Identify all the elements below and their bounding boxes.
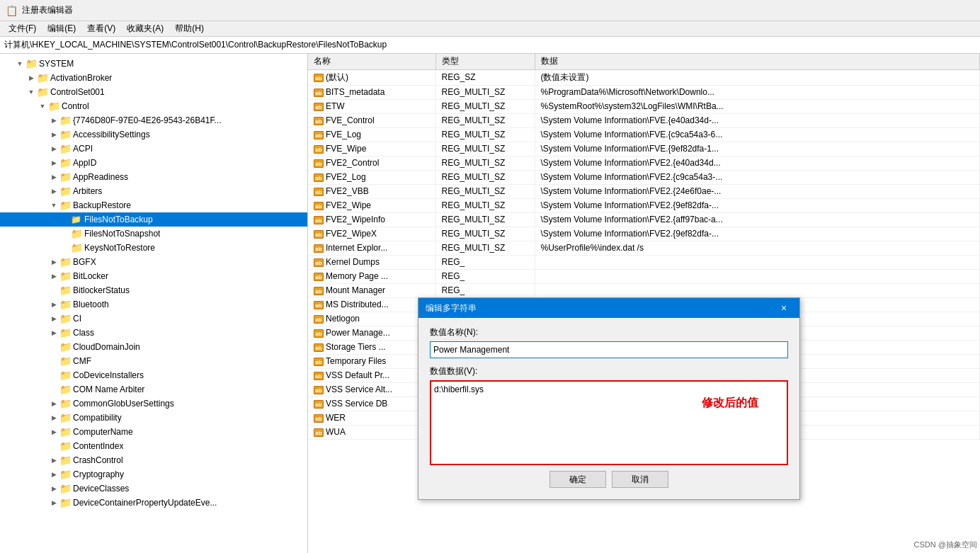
folder-icon: 📁 (59, 144, 71, 154)
table-row[interactable]: abFVE_WipeREG_MULTI_SZ\System Volume Inf… (308, 142, 980, 156)
table-row[interactable]: abFVE2_WipeREG_MULTI_SZ\System Volume In… (308, 198, 980, 212)
ok-button[interactable]: 确定 (549, 471, 606, 488)
col-type[interactable]: 类型 (435, 54, 535, 69)
reg-type-cell: REG_ (435, 255, 535, 269)
tree-panel[interactable]: ▼ 📁 SYSTEM ▶ 📁 ActivationBroker ▼ 📁 Cont… (0, 54, 308, 553)
dialog-close-button[interactable]: × (775, 301, 792, 315)
tree-item-codeviceinstallers[interactable]: 📁 CoDeviceInstallers (0, 368, 307, 382)
tree-item-accessibility[interactable]: ▶ 📁 AccessibilitySettings (0, 127, 307, 142)
tree-item-bitlockerstatus[interactable]: 📁 BitlockerStatus (0, 283, 307, 297)
tree-item-bluetooth[interactable]: ▶ 📁 Bluetooth (0, 297, 307, 312)
tree-item-filesnottosnapshot[interactable]: 📁 FilesNotToSnapshot (0, 227, 307, 241)
tree-item-keysnostore[interactable]: 📁 KeysNotToRestore (0, 241, 307, 255)
table-row[interactable]: abETWREG_MULTI_SZ%SystemRoot%\system32\L… (308, 99, 980, 113)
reg-value-icon: ab (314, 230, 324, 239)
tree-label: ACPI (73, 144, 93, 154)
table-row[interactable]: abFVE2_WipeInfoREG_MULTI_SZ\System Volum… (308, 212, 980, 227)
table-row[interactable]: abFVE2_LogREG_MULTI_SZ\System Volume Inf… (308, 170, 980, 184)
tree-label: BitlockerStatus (73, 285, 130, 295)
tree-item-acpi[interactable]: ▶ 📁 ACPI (0, 142, 307, 156)
folder-icon: 📁 (59, 158, 71, 168)
tree-item-compatibility[interactable]: ▶ 📁 Compatibility (0, 411, 307, 425)
folder-icon: 📁 (59, 130, 71, 139)
table-row[interactable]: abInternet Explor...REG_MULTI_SZ%UserPro… (308, 241, 980, 255)
name-input[interactable] (430, 341, 788, 358)
tree-item-bgfx[interactable]: ▶ 📁 BGFX (0, 255, 307, 269)
tree-label: AccessibilitySettings (73, 130, 150, 139)
reg-name-cell: abStorage Tiers ... (308, 340, 435, 354)
table-row[interactable]: abFVE_ControlREG_MULTI_SZ\System Volume … (308, 113, 980, 127)
tree-item-bitlocker[interactable]: ▶ 📁 BitLocker (0, 269, 307, 283)
tree-item-controlset001[interactable]: ▼ 📁 ControlSet001 (0, 85, 307, 99)
table-row[interactable]: abKernel DumpsREG_ (308, 255, 980, 269)
tree-label: Arbiters (73, 186, 102, 196)
table-row[interactable]: abFVE_LogREG_MULTI_SZ\System Volume Info… (308, 127, 980, 142)
table-row[interactable]: abMemory Page ...REG_ (308, 269, 980, 283)
expand-icon: ▶ (48, 143, 59, 154)
table-row[interactable]: abFVE2_WipeXREG_MULTI_SZ\System Volume I… (308, 227, 980, 241)
tree-item-devicecontainer[interactable]: ▶ 📁 DeviceContainerPropertyUpdateEve... (0, 496, 307, 510)
tree-item-system[interactable]: ▼ 📁 SYSTEM (0, 57, 307, 71)
cancel-button[interactable]: 取消 (612, 471, 668, 488)
tree-label: BitLocker (73, 271, 108, 281)
tree-item-ci[interactable]: ▶ 📁 CI (0, 312, 307, 326)
expand-icon: ▶ (48, 412, 59, 423)
table-row[interactable]: abFVE2_VBBREG_MULTI_SZ\System Volume Inf… (308, 184, 980, 198)
reg-data-cell: \System Volume Information\FVE.{9ef82dfa… (535, 142, 980, 156)
tree-label: AppReadiness (73, 172, 128, 182)
folder-icon: 📁 (59, 271, 71, 281)
menu-view[interactable]: 查看(V) (81, 21, 121, 36)
menu-help[interactable]: 帮助(H) (169, 21, 210, 36)
tree-item-comnamearbiter[interactable]: 📁 COM Name Arbiter (0, 382, 307, 397)
tree-item-backuprestore[interactable]: ▼ 📁 BackupRestore (0, 198, 307, 212)
expand-icon: ▶ (48, 256, 59, 268)
tree-item-control[interactable]: ▼ 📁 Control (0, 99, 307, 113)
reg-name-cell: abFVE2_Control (308, 156, 435, 170)
tree-item-guid[interactable]: ▶ 📁 {7746D80F-97E0-4E26-9543-26B41F... (0, 113, 307, 127)
table-row[interactable]: abFVE2_ControlREG_MULTI_SZ\System Volume… (308, 156, 980, 170)
tree-item-cmf[interactable]: 📁 CMF (0, 354, 307, 368)
folder-icon: 📁 (59, 484, 71, 494)
tree-item-crashcontrol[interactable]: ▶ 📁 CrashControl (0, 453, 307, 467)
tree-item-filesnottobackup[interactable]: 📁 FilesNotToBackup (0, 212, 307, 227)
menu-favorites[interactable]: 收藏夹(A) (121, 21, 169, 36)
col-name[interactable]: 名称 (308, 54, 435, 69)
tree-item-appreadiness[interactable]: ▶ 📁 AppReadiness (0, 170, 307, 184)
data-textarea-container[interactable]: d:\hiberfil.sys 修改后的值 (430, 380, 788, 465)
reg-value-icon: ab (314, 131, 324, 139)
tree-item-computername[interactable]: ▶ 📁 ComputerName (0, 425, 307, 439)
tree-item-contentindex[interactable]: 📁 ContentIndex (0, 439, 307, 453)
folder-icon: 📁 (59, 441, 71, 451)
tree-item-clouddomainjoin[interactable]: 📁 CloudDomainJoin (0, 340, 307, 354)
tree-item-commonglobusersettings[interactable]: ▶ 📁 CommonGlobUserSettings (0, 397, 307, 411)
folder-icon: 📁 (59, 200, 71, 210)
reg-type-cell: REG_MULTI_SZ (435, 99, 535, 113)
table-row[interactable]: abBITS_metadataREG_MULTI_SZ%ProgramData%… (308, 85, 980, 99)
tree-label: Control (62, 101, 89, 111)
title-text: 注册表编辑器 (22, 4, 73, 16)
tree-item-activationbroker[interactable]: ▶ 📁 ActivationBroker (0, 71, 307, 85)
tree-label: CommonGlobUserSettings (73, 399, 174, 409)
reg-value-icon: ab (314, 343, 324, 352)
table-row[interactable]: ab(默认)REG_SZ(数值未设置) (308, 69, 980, 85)
expand-icon (48, 355, 59, 367)
menu-bar: 文件(F) 编辑(E) 查看(V) 收藏夹(A) 帮助(H) (0, 21, 980, 37)
reg-name-cell: abMount Manager (308, 283, 435, 297)
folder-icon: 📁 (25, 59, 37, 69)
reg-data-cell (535, 269, 980, 283)
tree-item-deviceclasses[interactable]: ▶ 📁 DeviceClasses (0, 481, 307, 496)
expand-icon: ▼ (48, 200, 59, 211)
menu-edit[interactable]: 编辑(E) (42, 21, 81, 36)
expand-icon: ▶ (48, 299, 59, 310)
table-row[interactable]: abMount ManagerREG_ (308, 283, 980, 297)
tree-item-cryptography[interactable]: ▶ 📁 Cryptography (0, 467, 307, 481)
menu-file[interactable]: 文件(F) (3, 21, 42, 36)
reg-name-cell: abETW (308, 99, 435, 113)
reg-name-cell: abFVE_Control (308, 113, 435, 127)
tree-item-appid[interactable]: ▶ 📁 AppID (0, 156, 307, 170)
tree-item-arbiters[interactable]: ▶ 📁 Arbiters (0, 184, 307, 198)
tree-item-class[interactable]: ▶ 📁 Class (0, 326, 307, 340)
edit-multistring-dialog[interactable]: 编辑多字符串 × 数值名称(N): 数值数据(V): d:\hiberfil.s… (418, 297, 800, 500)
col-data[interactable]: 数据 (535, 54, 980, 69)
reg-name-cell: abPower Manage... (308, 326, 435, 340)
